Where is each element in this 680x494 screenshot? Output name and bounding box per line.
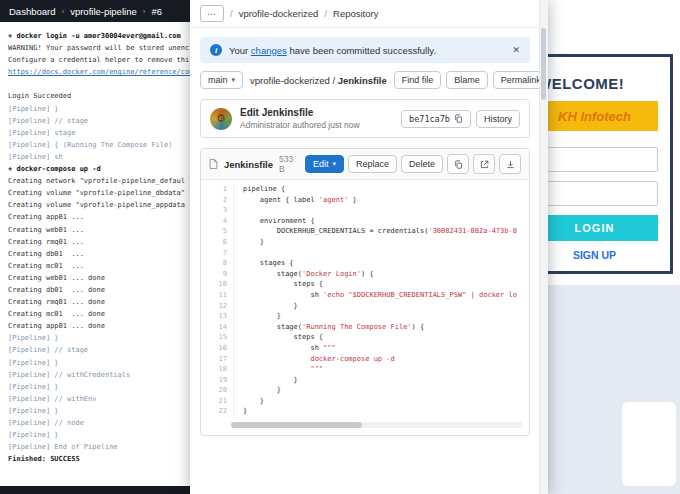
chevron-right-icon: ›	[143, 7, 146, 16]
login-card: WELCOME! KH Infotech LOGIN SIGN UP	[548, 54, 673, 274]
line-number[interactable]: 8	[201, 258, 227, 269]
line-number[interactable]: 1	[201, 184, 227, 195]
find-file-button[interactable]: Find file	[394, 71, 442, 89]
scrollbar-thumb[interactable]	[231, 422, 362, 428]
open-raw-button[interactable]	[473, 154, 495, 174]
jenkins-footer-bar	[0, 486, 200, 494]
edit-button[interactable]: Edit ▾	[305, 155, 344, 173]
code-line: stage('Running The Compose File') {	[243, 322, 529, 333]
replace-button[interactable]: Replace	[348, 155, 397, 173]
vertical-scrollbar[interactable]	[539, 0, 548, 494]
file-size: 533 B	[279, 154, 299, 174]
code-line: }	[243, 385, 529, 396]
copy-icon	[454, 114, 463, 123]
code-line: agent { label 'agent' }	[243, 195, 529, 206]
breadcrumb-project[interactable]: vprofile-dockerized	[239, 8, 319, 19]
brand-name: KH Infotech	[558, 109, 631, 124]
copy-file-contents-button[interactable]	[447, 154, 469, 174]
path-file[interactable]: Jenkinsfile	[338, 75, 387, 86]
info-icon: i	[210, 44, 222, 56]
line-number[interactable]: 20	[201, 385, 227, 396]
external-link-icon	[480, 160, 489, 169]
code-line	[243, 205, 529, 216]
login-button[interactable]: LOGIN	[548, 215, 658, 241]
line-number[interactable]: 10	[201, 279, 227, 290]
gitlab-repository-panel: ⋯ / vprofile-dockerized / Repository i Y…	[190, 0, 548, 494]
line-number[interactable]: 9	[201, 269, 227, 280]
signup-link[interactable]: SIGN UP	[548, 249, 658, 261]
changes-link[interactable]: changes	[251, 45, 287, 56]
code-line: }	[243, 375, 529, 386]
line-number[interactable]: 6	[201, 237, 227, 248]
line-number[interactable]: 12	[201, 301, 227, 312]
document-icon	[209, 158, 218, 170]
line-number[interactable]: 14	[201, 322, 227, 333]
blame-button[interactable]: Blame	[446, 71, 488, 89]
line-number[interactable]: 5	[201, 226, 227, 237]
commit-title[interactable]: Edit Jenkinsfile	[240, 107, 360, 118]
line-number[interactable]: 22	[201, 406, 227, 417]
code-line	[243, 248, 529, 259]
username-field[interactable]	[548, 147, 658, 172]
breadcrumb-repository[interactable]: Repository	[333, 8, 378, 19]
line-number[interactable]: 3	[201, 205, 227, 216]
permalink-button[interactable]: Permalink	[493, 71, 540, 89]
content-card	[622, 402, 676, 486]
line-number[interactable]: 19	[201, 375, 227, 386]
code-line: steps {	[243, 332, 529, 343]
file-name: Jenkinsfile	[224, 159, 273, 170]
commit-meta: Administrator authored just now	[240, 120, 360, 130]
code-line: docker-compose up -d	[243, 354, 529, 365]
line-number[interactable]: 7	[201, 248, 227, 259]
file-viewer: Jenkinsfile 533 B Edit ▾ Replace Delete	[200, 148, 530, 436]
path-project[interactable]: vprofile-dockerized	[250, 75, 330, 86]
gitlab-breadcrumb-bar: ⋯ / vprofile-dockerized / Repository	[190, 0, 540, 28]
breadcrumb-separator: /	[230, 8, 233, 19]
code-line: }	[243, 406, 529, 417]
project-avatar-icon[interactable]: ⋯	[200, 5, 224, 22]
branch-selector[interactable]: main ▾	[200, 71, 243, 89]
breadcrumb-dashboard[interactable]: Dashboard	[9, 6, 55, 17]
app-login-page: WELCOME! KH Infotech LOGIN SIGN UP	[548, 0, 680, 494]
last-commit-box: ⚙ Edit Jenkinsfile Administrator authore…	[200, 99, 530, 138]
code-area: 12345678910111213141516171819202122 pipe…	[201, 180, 529, 417]
avatar: ⚙	[210, 108, 232, 130]
code-lines: pipeline { agent { label 'agent' } envir…	[234, 184, 529, 417]
line-number[interactable]: 16	[201, 343, 227, 354]
alert-text: Your changes have been committed success…	[229, 45, 436, 56]
line-number[interactable]: 18	[201, 364, 227, 375]
code-line: environment {	[243, 216, 529, 227]
code-line: stages {	[243, 258, 529, 269]
history-button[interactable]: History	[476, 110, 520, 128]
commit-success-alert: i Your changes have been committed succe…	[200, 37, 530, 63]
breadcrumb-build-number[interactable]: #6	[151, 6, 162, 17]
code-line: """	[243, 364, 529, 375]
line-number[interactable]: 13	[201, 311, 227, 322]
line-number[interactable]: 17	[201, 354, 227, 365]
download-button[interactable]	[499, 154, 521, 174]
close-icon[interactable]: ✕	[512, 45, 520, 55]
breadcrumb-separator: /	[324, 8, 327, 19]
brand-banner: KH Infotech	[548, 101, 658, 131]
breadcrumb-project[interactable]: vprofile-pipeline	[70, 6, 137, 17]
copy-icon	[454, 160, 463, 169]
horizontal-scrollbar[interactable]	[231, 420, 523, 430]
code-line: }	[243, 396, 529, 407]
line-number[interactable]: 4	[201, 216, 227, 227]
file-header: Jenkinsfile 533 B Edit ▾ Replace Delete	[201, 149, 529, 180]
code-line: sh 'echo "$DOCKERHUB_CREDENTIALS_PSW" | …	[243, 290, 529, 301]
commit-sha-button[interactable]: be71ca7b	[401, 110, 471, 128]
password-field[interactable]	[548, 181, 658, 206]
line-number[interactable]: 2	[201, 195, 227, 206]
download-icon	[506, 160, 515, 169]
app-lower-section	[548, 285, 680, 494]
code-line: }	[243, 237, 529, 248]
line-numbers: 12345678910111213141516171819202122	[201, 184, 234, 417]
chevron-down-icon: ▾	[232, 76, 236, 84]
line-number[interactable]: 21	[201, 396, 227, 407]
scrollbar-thumb[interactable]	[541, 28, 546, 100]
line-number[interactable]: 11	[201, 290, 227, 301]
line-number[interactable]: 15	[201, 332, 227, 343]
code-line: sh """	[243, 343, 529, 354]
delete-button[interactable]: Delete	[401, 155, 443, 173]
